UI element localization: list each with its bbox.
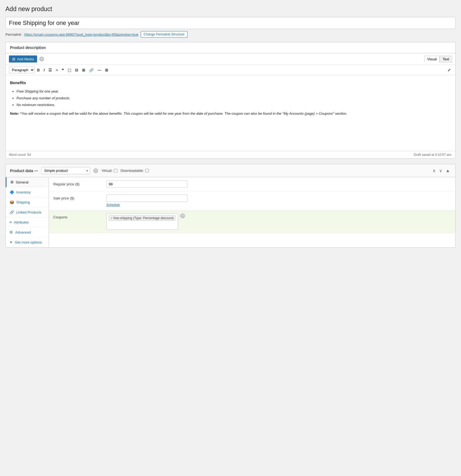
add-media-button[interactable]: ⊞ Add Media <box>9 55 37 63</box>
regular-price-field[interactable] <box>106 180 451 188</box>
product-data-body: ⚙ General 🔷 Inventory 📦 Shipping 🔗 Linke… <box>6 177 455 247</box>
product-description-header: Product description <box>6 42 455 53</box>
nav-item-inventory[interactable]: 🔷 Inventory <box>6 187 49 197</box>
sale-price-field[interactable]: Schedule <box>106 195 451 207</box>
coupons-row: Coupons × free-shipping (Type: Percentag… <box>49 210 455 233</box>
ordered-list-button[interactable]: ≡ <box>54 67 59 73</box>
editor-content[interactable]: Benefits Free Shipping for one year. Pur… <box>6 75 455 151</box>
italic-button[interactable]: I <box>42 67 46 73</box>
regular-price-input[interactable] <box>106 180 187 188</box>
content-item-2: Purchase any number of products. <box>17 96 451 101</box>
collapse-up-button[interactable]: ∧ <box>432 168 437 174</box>
collapse-toggle-button[interactable]: ▲ <box>444 168 451 174</box>
nav-item-general[interactable]: ⚙ General <box>6 177 49 187</box>
product-data-header: Product data — Simple product Variable p… <box>6 164 455 177</box>
visual-tab[interactable]: Visual <box>424 56 440 63</box>
permalink-row: Permalink: https://smart-coupons.app:889… <box>5 31 456 38</box>
collapse-down-button[interactable]: ∨ <box>438 168 443 174</box>
downloadable-checkbox-label[interactable]: Downloadable: <box>121 169 149 173</box>
content-note-label: Note: <box>10 111 19 116</box>
fullscreen-button[interactable]: ⤢ <box>446 67 452 73</box>
permalink-url[interactable]: https://smart-coupons.app:8890/?post_typ… <box>24 32 138 37</box>
sale-price-row: Sale price ($) Schedule <box>49 191 455 210</box>
content-note-paragraph: Note: *You will receive a coupon that wi… <box>10 111 451 117</box>
nav-item-attributes[interactable]: ≡ Attributes <box>6 217 49 227</box>
draft-saved: Draft saved at 3:10:57 am. <box>414 153 452 157</box>
product-data-metabox: Product data — Simple product Variable p… <box>5 164 456 248</box>
coupons-help-icon[interactable]: ? <box>180 214 185 218</box>
content-item-1: Free Shipping for one year. <box>17 89 451 94</box>
collapse-buttons: ∧ ∨ ▲ <box>432 168 451 174</box>
coupons-label: Coupons <box>53 214 102 219</box>
sale-price-label: Sale price ($) <box>53 195 102 200</box>
content-list: Free Shipping for one year. Purchase any… <box>17 89 451 108</box>
horizontal-rule-button[interactable]: ― <box>96 67 103 73</box>
sale-price-input[interactable] <box>106 195 187 202</box>
nav-item-shipping[interactable]: 📦 Shipping <box>6 197 49 207</box>
content-note-text: *You will receive a coupon that will be … <box>20 111 347 116</box>
unordered-list-button[interactable]: ☰ <box>47 67 53 73</box>
virtual-checkbox[interactable] <box>114 169 117 172</box>
paragraph-select[interactable]: Paragraph Heading 1 Heading 2 Heading 3 <box>9 67 35 73</box>
align-left-button[interactable]: ⬚ <box>66 67 73 73</box>
nav-item-advanced[interactable]: ⚙ Advanced <box>6 227 49 237</box>
nav-label-general: General <box>16 180 28 184</box>
link-button[interactable]: 🔗 <box>88 67 95 73</box>
coupon-remove-icon[interactable]: × <box>111 216 112 220</box>
editor-toolbar-top: ⊞ Add Media ? Visual Text <box>6 53 455 65</box>
downloadable-checkbox[interactable] <box>145 169 149 172</box>
shipping-icon: 📦 <box>9 200 14 204</box>
nav-label-get-more: Get more options <box>15 240 42 244</box>
bold-button[interactable]: B <box>36 67 41 73</box>
add-media-icon: ⊞ <box>12 57 15 61</box>
word-count: Word count: 54 <box>9 153 31 157</box>
nav-label-inventory: Inventory <box>16 190 31 194</box>
coupon-tag-label: free-shipping (Type: Percentage discount… <box>113 216 174 220</box>
change-permalink-button[interactable]: Change Permalink Structure <box>141 31 187 38</box>
coupon-tag-wrapper[interactable]: × free-shipping (Type: Percentage discou… <box>106 214 178 230</box>
nav-item-get-more[interactable]: ✦ Get more options <box>6 237 49 247</box>
editor-help-icon[interactable]: ? <box>39 57 44 61</box>
advanced-icon: ⚙ <box>9 230 13 234</box>
visual-text-tabs: Visual Text <box>424 56 452 63</box>
editor-footer: Word count: 54 Draft saved at 3:10:57 am… <box>6 151 455 158</box>
attributes-icon: ≡ <box>9 220 12 224</box>
page-title: Add new product <box>5 5 456 13</box>
word-count-label: Word count: <box>9 153 26 157</box>
nav-label-linked-products: Linked Products <box>16 210 41 214</box>
downloadable-label: Downloadable: <box>121 169 144 173</box>
blockquote-button[interactable]: ❝ <box>60 67 65 73</box>
add-media-label: Add Media <box>17 57 34 61</box>
permalink-label: Permalink: <box>5 32 22 37</box>
align-center-button[interactable]: ⊟ <box>74 67 80 73</box>
table-button[interactable]: ⊞ <box>104 67 110 73</box>
text-tab[interactable]: Text <box>440 56 452 63</box>
product-data-nav: ⚙ General 🔷 Inventory 📦 Shipping 🔗 Linke… <box>6 177 49 247</box>
nav-label-attributes: Attributes <box>14 220 29 224</box>
paragraph-select-wrapper[interactable]: Paragraph Heading 1 Heading 2 Heading 3 <box>9 67 35 73</box>
general-icon: ⚙ <box>10 180 14 184</box>
get-more-icon: ✦ <box>9 240 13 244</box>
word-count-value: 54 <box>27 153 31 157</box>
content-heading: Benefits <box>10 80 451 86</box>
schedule-link[interactable]: Schedule <box>106 203 451 207</box>
coupons-field[interactable]: × free-shipping (Type: Percentage discou… <box>106 214 451 230</box>
nav-label-shipping: Shipping <box>16 200 30 204</box>
regular-price-label: Regular price ($) <box>53 180 102 186</box>
product-data-title: Product data — <box>10 169 38 173</box>
virtual-checkbox-label[interactable]: Virtual: <box>101 169 117 173</box>
content-item-3: No minimum restrictions. <box>17 102 451 108</box>
product-type-wrapper[interactable]: Simple product Variable product Grouped … <box>41 167 90 174</box>
product-description-metabox: Product description ⊞ Add Media ? Visual… <box>5 42 456 159</box>
product-data-content-pane: Regular price ($) Sale price ($) Schedul… <box>49 177 455 247</box>
linked-products-icon: 🔗 <box>9 210 14 214</box>
product-type-select[interactable]: Simple product Variable product Grouped … <box>41 167 90 174</box>
nav-item-linked-products[interactable]: 🔗 Linked Products <box>6 207 49 217</box>
coupon-tag: × free-shipping (Type: Percentage discou… <box>109 215 176 221</box>
editor-format-bar: Paragraph Heading 1 Heading 2 Heading 3 … <box>6 65 455 75</box>
align-right-button[interactable]: ⊞ <box>81 67 87 73</box>
inventory-icon: 🔷 <box>9 190 14 194</box>
product-type-help-icon[interactable]: ? <box>93 168 98 173</box>
virtual-label: Virtual: <box>101 169 112 173</box>
product-title-input[interactable] <box>5 17 456 29</box>
